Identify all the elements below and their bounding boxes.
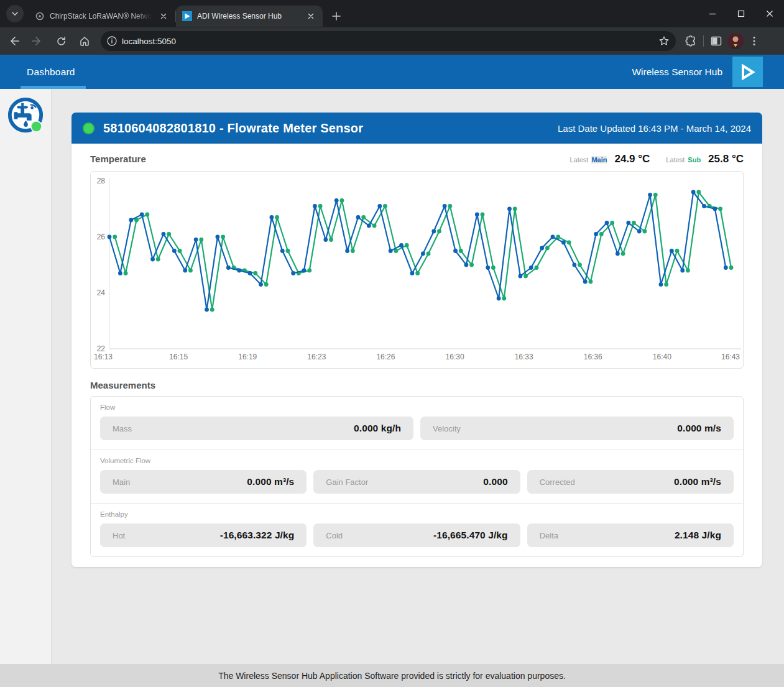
nav-item-dashboard[interactable]: Dashboard (21, 55, 81, 89)
chirpstack-favicon-icon (35, 11, 45, 21)
data-point-main (724, 265, 728, 270)
site-info-icon (107, 36, 117, 46)
data-point-sub (696, 190, 701, 195)
brand-title: Wireless Sensor Hub (632, 67, 732, 78)
minimize-button[interactable] (698, 0, 727, 27)
measurement-value: 0.000 m/s (677, 423, 721, 434)
tab-chirpstack[interactable]: ChirpStack LoRaWAN® Networ (29, 6, 175, 27)
data-point-main (605, 221, 609, 225)
data-point-sub (567, 241, 571, 245)
measurement-group-label: Volumetric Flow (100, 457, 734, 464)
svg-text:16:40: 16:40 (653, 353, 671, 361)
data-point-main (172, 249, 177, 253)
data-point-main (410, 271, 415, 275)
data-point-main (518, 274, 522, 279)
data-point-main (648, 193, 652, 197)
side-panel-icon[interactable] (710, 35, 722, 47)
data-point-sub (642, 229, 647, 234)
tab-title: ADI Wireless Sensor Hub (197, 12, 302, 21)
data-point-sub (686, 269, 690, 273)
data-point-sub (437, 229, 441, 234)
data-point-main (345, 249, 349, 253)
measurement-pill-corrected: Corrected0.000 m³/s (527, 470, 734, 494)
back-button[interactable] (4, 31, 24, 51)
latest-main-readout: Latest Main 24.9 °C (570, 153, 650, 165)
data-point-sub (427, 252, 431, 256)
tab-close-icon[interactable] (305, 11, 316, 22)
reload-button[interactable] (51, 31, 71, 51)
bookmark-star-icon[interactable] (658, 35, 670, 47)
data-point-main (616, 252, 620, 256)
data-point-sub (481, 213, 485, 217)
flowrate-sensor-logo-icon[interactable] (6, 95, 45, 136)
temperature-header: Temperature Latest Main 24.9 °C Latest S… (90, 153, 744, 165)
data-point-sub (523, 274, 528, 279)
latest-sub-value: 25.8 °C (708, 153, 744, 165)
forward-button[interactable] (27, 31, 47, 51)
svg-text:16:23: 16:23 (307, 353, 326, 361)
plus-icon (332, 12, 341, 21)
temperature-chart-canvas: 2826242216:1316:1516:1916:2316:2616:3016… (91, 172, 744, 368)
measurement-value: 0.000 kg/h (354, 423, 401, 434)
app-navbar: Dashboard Wireless Sensor Hub (0, 55, 784, 89)
tab-adi-wireless-sensor-hub[interactable]: ADI Wireless Sensor Hub (176, 6, 323, 27)
svg-text:26: 26 (97, 233, 106, 241)
data-point-main (691, 190, 696, 195)
data-point-sub (361, 215, 366, 219)
data-point-sub (351, 249, 355, 253)
svg-text:16:30: 16:30 (446, 353, 464, 361)
data-point-main (670, 249, 674, 253)
data-point-main (389, 249, 393, 253)
data-point-sub (675, 249, 680, 253)
profile-avatar[interactable] (727, 33, 744, 49)
tab-search-button[interactable] (6, 5, 24, 22)
series-line-main (109, 192, 726, 310)
data-point-sub (124, 271, 128, 275)
adi-logo[interactable] (732, 57, 763, 87)
measurement-value: 2.148 J/kg (675, 530, 721, 541)
latest-sub-readout: Latest Sub 25.8 °C (666, 153, 744, 165)
kebab-menu-icon[interactable] (749, 35, 760, 47)
close-window-button[interactable] (755, 0, 784, 27)
maximize-icon (737, 10, 745, 17)
app-body: 5810604082801810 - Flowrate Meter Sensor… (0, 89, 784, 664)
url-text[interactable]: localhost:5050 (122, 37, 658, 46)
data-point-main (486, 265, 490, 270)
new-tab-button[interactable] (328, 7, 345, 25)
measurement-value: 0.000 m³/s (674, 476, 721, 487)
data-point-main (453, 249, 458, 253)
measurement-name: Hot (113, 531, 125, 540)
extensions-icon[interactable] (685, 35, 697, 47)
home-button[interactable] (75, 31, 95, 51)
latest-label: Latest (666, 156, 685, 164)
sensor-card-body: Temperature Latest Main 24.9 °C Latest S… (71, 144, 762, 567)
data-point-sub (113, 235, 117, 239)
forward-arrow-icon (32, 35, 43, 47)
maximize-button[interactable] (727, 0, 755, 27)
data-point-main (540, 246, 544, 251)
measurements-box: FlowMass0.000 kg/hVelocity0.000 m/sVolum… (90, 396, 744, 557)
tab-close-icon[interactable] (158, 11, 169, 22)
data-point-sub (221, 235, 225, 239)
data-point-main (313, 204, 317, 208)
data-point-main (269, 215, 274, 219)
data-point-sub (188, 269, 193, 273)
url-bar[interactable]: localhost:5050 (101, 31, 676, 51)
data-point-main (637, 229, 642, 234)
data-point-sub (253, 271, 257, 275)
data-point-main (108, 235, 112, 239)
measurement-name: Main (113, 477, 130, 487)
data-point-sub (199, 237, 203, 242)
svg-text:16:15: 16:15 (169, 353, 188, 361)
data-point-main (291, 271, 295, 275)
data-point-main (118, 271, 122, 275)
data-point-main (561, 241, 566, 245)
avatar-image (727, 33, 744, 49)
measurement-group: EnthalpyHot-16,663.322 J/kgCold-16,665.4… (91, 503, 743, 556)
data-point-main (551, 235, 555, 239)
svg-text:16:26: 16:26 (376, 353, 395, 361)
data-point-sub (275, 215, 279, 219)
data-point-sub (459, 249, 463, 253)
adi-favicon-icon (182, 11, 192, 21)
data-point-main (323, 237, 328, 242)
